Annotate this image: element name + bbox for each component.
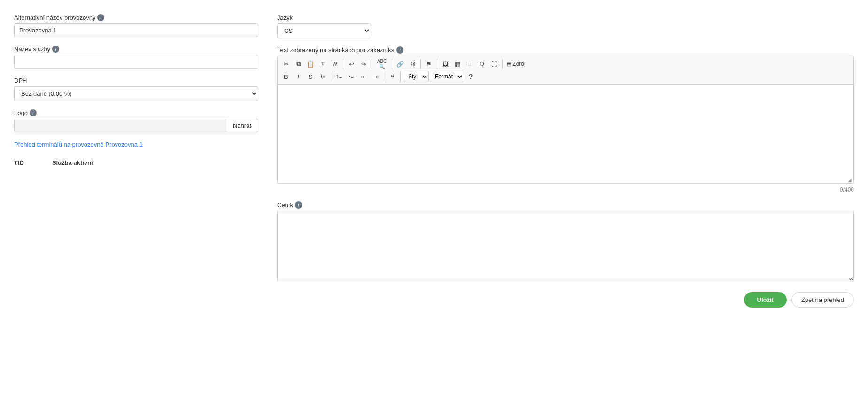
col-tid: TID [14, 159, 24, 166]
italic-button[interactable]: I [293, 71, 304, 82]
outdent-button[interactable]: ⇤ [358, 71, 369, 82]
back-button[interactable]: Zpět na přehled [791, 292, 854, 308]
anchor-icon[interactable]: ⚑ [423, 58, 434, 70]
service-name-input[interactable] [14, 55, 258, 69]
help-button[interactable]: ? [465, 71, 476, 82]
unordered-list-button[interactable]: •≡ [346, 71, 357, 82]
strike-button[interactable]: S [305, 71, 316, 82]
paste-text-icon[interactable]: 𝐓 [317, 58, 328, 70]
alt-name-label: Alternativní název provozovny i [14, 14, 258, 21]
blockquote-button[interactable]: ❝ [387, 71, 398, 82]
special-char-icon[interactable]: Ω [476, 58, 488, 70]
cenik-info-icon[interactable]: i [295, 201, 302, 209]
service-name-label: Název služby i [14, 46, 258, 53]
terminals-link[interactable]: Přehled terminálů na provozovně Provozov… [14, 141, 143, 148]
char-count: 0/400 [277, 186, 854, 193]
logo-info-icon[interactable]: i [30, 109, 37, 116]
sep8 [384, 72, 384, 81]
sep2 [372, 59, 372, 69]
rich-text-editor: ✂ ⧉ 📋 𝐓 W ↩ ↪ ABC🔍 🔗 ⛓ ⚑ [277, 56, 854, 184]
text-info-icon[interactable]: i [396, 46, 403, 54]
find-replace-icon[interactable]: ABC🔍 [374, 58, 389, 70]
sep5 [437, 59, 437, 69]
cenik-textarea[interactable] [277, 211, 854, 281]
dph-select[interactable]: Bez daně (0.00 %) [14, 86, 258, 101]
logo-label: Logo i [14, 109, 258, 116]
image-icon[interactable]: 🖼 [440, 58, 451, 70]
editor-toolbar: ✂ ⧉ 📋 𝐓 W ↩ ↪ ABC🔍 🔗 ⛓ ⚑ [278, 56, 853, 85]
service-name-info-icon[interactable]: i [52, 46, 59, 53]
bottom-buttons: Uložit Zpět na přehled [277, 292, 854, 317]
hr-icon[interactable]: ≡ [464, 58, 475, 70]
redo-icon[interactable]: ↪ [358, 58, 369, 70]
dph-label: DPH [14, 77, 258, 84]
sep1 [343, 59, 343, 69]
cenik-label: Ceník i [277, 201, 854, 209]
sep7 [331, 72, 331, 81]
maximize-icon[interactable]: ⛶ [488, 58, 500, 70]
jazyk-select[interactable]: CS EN DE [277, 23, 371, 38]
undo-icon[interactable]: ↩ [346, 58, 357, 70]
editor-body[interactable]: ◢ [278, 85, 853, 183]
upload-button[interactable]: Nahrát [226, 119, 258, 132]
paste-word-icon[interactable]: W [329, 58, 341, 70]
sep9 [400, 72, 401, 81]
col-service: Služba aktivní [52, 159, 93, 166]
resize-handle: ◢ [848, 178, 852, 182]
terminals-table-header: TID Služba aktivní [14, 156, 258, 169]
ordered-list-button[interactable]: 1≡ [333, 71, 345, 82]
copy-icon[interactable]: ⧉ [293, 58, 304, 70]
link-icon[interactable]: 🔗 [395, 58, 406, 70]
source-btn[interactable]: ⬒ Zdroj [505, 58, 527, 70]
cut-icon[interactable]: ✂ [280, 58, 292, 70]
toolbar-row-1: ✂ ⧉ 📋 𝐓 W ↩ ↪ ABC🔍 🔗 ⛓ ⚑ [280, 58, 851, 70]
bold-button[interactable]: B [280, 71, 292, 82]
style-dropdown[interactable]: Styl [403, 71, 429, 82]
jazyk-label: Jazyk [277, 14, 854, 21]
toolbar-row-2: B I S Ix 1≡ •≡ ⇤ ⇥ ❝ Styl [280, 71, 851, 82]
alt-name-info-icon[interactable]: i [97, 14, 104, 21]
sep3 [392, 59, 392, 69]
unlink-icon[interactable]: ⛓ [407, 58, 418, 70]
format-dropdown[interactable]: Formát [430, 71, 464, 82]
text-label: Text zobrazený na stránkách pro zákazník… [277, 46, 854, 54]
paste-icon[interactable]: 📋 [305, 58, 316, 70]
save-button[interactable]: Uložit [744, 292, 787, 308]
indent-button[interactable]: ⇥ [370, 71, 381, 82]
clear-format-button[interactable]: Ix [317, 71, 328, 82]
table-icon[interactable]: ▦ [452, 58, 463, 70]
sep4 [420, 59, 421, 69]
alt-name-input[interactable] [14, 23, 258, 37]
logo-input[interactable] [14, 119, 226, 132]
sep6 [502, 59, 503, 69]
